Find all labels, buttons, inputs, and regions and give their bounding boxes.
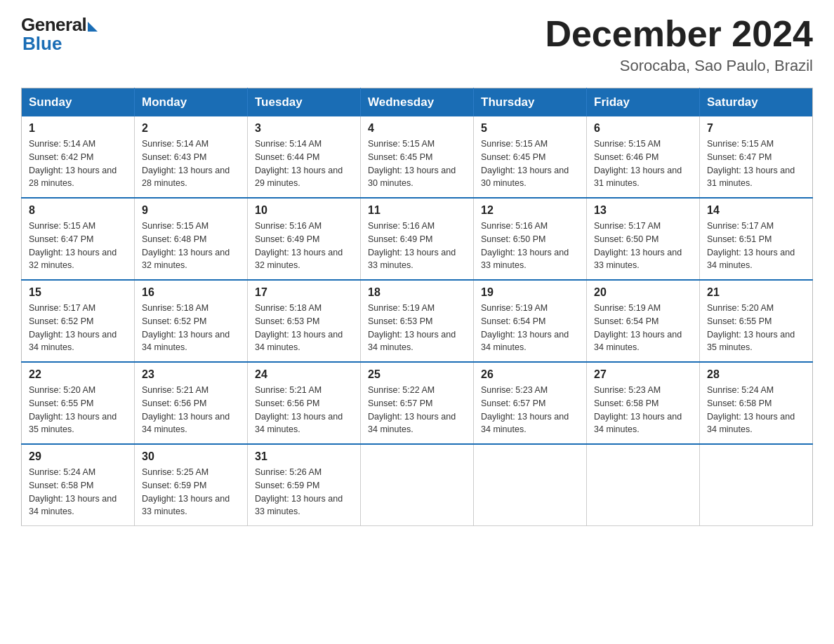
calendar-table: SundayMondayTuesdayWednesdayThursdayFrid… xyxy=(21,88,813,526)
day-info: Sunrise: 5:15 AMSunset: 6:45 PMDaylight:… xyxy=(481,137,579,190)
weekday-header-saturday: Saturday xyxy=(700,88,813,117)
day-info: Sunrise: 5:15 AMSunset: 6:48 PMDaylight:… xyxy=(142,220,240,272)
calendar-day-cell: 30Sunrise: 5:25 AMSunset: 6:59 PMDayligh… xyxy=(135,444,248,526)
day-info: Sunrise: 5:20 AMSunset: 6:55 PMDaylight:… xyxy=(29,384,127,436)
empty-cell xyxy=(361,444,474,526)
calendar-day-cell: 31Sunrise: 5:26 AMSunset: 6:59 PMDayligh… xyxy=(248,444,361,526)
day-number: 3 xyxy=(255,122,353,135)
calendar-day-cell: 2Sunrise: 5:14 AMSunset: 6:43 PMDaylight… xyxy=(135,116,248,198)
month-title: December 2024 xyxy=(545,14,813,54)
day-number: 24 xyxy=(255,368,353,381)
day-number: 23 xyxy=(142,368,240,381)
calendar-day-cell: 10Sunrise: 5:16 AMSunset: 6:49 PMDayligh… xyxy=(248,198,361,280)
calendar-week-row: 1Sunrise: 5:14 AMSunset: 6:42 PMDaylight… xyxy=(22,116,813,198)
day-info: Sunrise: 5:17 AMSunset: 6:52 PMDaylight:… xyxy=(29,302,127,354)
calendar-week-row: 22Sunrise: 5:20 AMSunset: 6:55 PMDayligh… xyxy=(22,362,813,444)
day-info: Sunrise: 5:26 AMSunset: 6:59 PMDaylight:… xyxy=(255,466,353,518)
day-number: 12 xyxy=(481,204,579,217)
calendar-day-cell: 16Sunrise: 5:18 AMSunset: 6:52 PMDayligh… xyxy=(135,280,248,362)
calendar-day-cell: 21Sunrise: 5:20 AMSunset: 6:55 PMDayligh… xyxy=(700,280,813,362)
calendar-day-cell: 1Sunrise: 5:14 AMSunset: 6:42 PMDaylight… xyxy=(22,116,135,198)
day-info: Sunrise: 5:25 AMSunset: 6:59 PMDaylight:… xyxy=(142,466,240,518)
day-info: Sunrise: 5:21 AMSunset: 6:56 PMDaylight:… xyxy=(255,384,353,436)
day-number: 28 xyxy=(707,368,805,381)
logo: General Blue xyxy=(21,14,98,55)
logo-arrow-icon xyxy=(88,22,98,32)
day-info: Sunrise: 5:24 AMSunset: 6:58 PMDaylight:… xyxy=(29,466,127,518)
calendar-day-cell: 27Sunrise: 5:23 AMSunset: 6:58 PMDayligh… xyxy=(587,362,700,444)
day-info: Sunrise: 5:16 AMSunset: 6:49 PMDaylight:… xyxy=(368,220,466,272)
calendar-day-cell: 9Sunrise: 5:15 AMSunset: 6:48 PMDaylight… xyxy=(135,198,248,280)
day-number: 21 xyxy=(707,286,805,299)
title-block: December 2024 Sorocaba, Sao Paulo, Brazi… xyxy=(545,14,813,75)
day-number: 16 xyxy=(142,286,240,299)
day-number: 20 xyxy=(594,286,692,299)
day-number: 30 xyxy=(142,450,240,463)
empty-cell xyxy=(700,444,813,526)
day-number: 2 xyxy=(142,122,240,135)
day-info: Sunrise: 5:19 AMSunset: 6:54 PMDaylight:… xyxy=(481,302,579,354)
calendar-day-cell: 7Sunrise: 5:15 AMSunset: 6:47 PMDaylight… xyxy=(700,116,813,198)
day-number: 8 xyxy=(29,204,127,217)
calendar-day-cell: 28Sunrise: 5:24 AMSunset: 6:58 PMDayligh… xyxy=(700,362,813,444)
weekday-header-thursday: Thursday xyxy=(474,88,587,117)
weekday-header-tuesday: Tuesday xyxy=(248,88,361,117)
day-info: Sunrise: 5:14 AMSunset: 6:42 PMDaylight:… xyxy=(29,137,127,190)
day-info: Sunrise: 5:17 AMSunset: 6:50 PMDaylight:… xyxy=(594,220,692,272)
day-info: Sunrise: 5:15 AMSunset: 6:47 PMDaylight:… xyxy=(707,137,805,190)
day-number: 10 xyxy=(255,204,353,217)
day-info: Sunrise: 5:16 AMSunset: 6:49 PMDaylight:… xyxy=(255,220,353,272)
day-number: 1 xyxy=(29,122,127,135)
calendar-day-cell: 25Sunrise: 5:22 AMSunset: 6:57 PMDayligh… xyxy=(361,362,474,444)
weekday-header-sunday: Sunday xyxy=(22,88,135,117)
calendar-day-cell: 23Sunrise: 5:21 AMSunset: 6:56 PMDayligh… xyxy=(135,362,248,444)
calendar-day-cell: 3Sunrise: 5:14 AMSunset: 6:44 PMDaylight… xyxy=(248,116,361,198)
day-number: 19 xyxy=(481,286,579,299)
calendar-day-cell: 4Sunrise: 5:15 AMSunset: 6:45 PMDaylight… xyxy=(361,116,474,198)
day-info: Sunrise: 5:21 AMSunset: 6:56 PMDaylight:… xyxy=(142,384,240,436)
calendar-day-cell: 14Sunrise: 5:17 AMSunset: 6:51 PMDayligh… xyxy=(700,198,813,280)
weekday-header-wednesday: Wednesday xyxy=(361,88,474,117)
day-info: Sunrise: 5:16 AMSunset: 6:50 PMDaylight:… xyxy=(481,220,579,272)
calendar-week-row: 8Sunrise: 5:15 AMSunset: 6:47 PMDaylight… xyxy=(22,198,813,280)
logo-blue-text: Blue xyxy=(22,33,62,55)
calendar-day-cell: 12Sunrise: 5:16 AMSunset: 6:50 PMDayligh… xyxy=(474,198,587,280)
day-info: Sunrise: 5:22 AMSunset: 6:57 PMDaylight:… xyxy=(368,384,466,436)
calendar-day-cell: 15Sunrise: 5:17 AMSunset: 6:52 PMDayligh… xyxy=(22,280,135,362)
calendar-day-cell: 5Sunrise: 5:15 AMSunset: 6:45 PMDaylight… xyxy=(474,116,587,198)
day-info: Sunrise: 5:17 AMSunset: 6:51 PMDaylight:… xyxy=(707,220,805,272)
calendar-day-cell: 24Sunrise: 5:21 AMSunset: 6:56 PMDayligh… xyxy=(248,362,361,444)
calendar-day-cell: 11Sunrise: 5:16 AMSunset: 6:49 PMDayligh… xyxy=(361,198,474,280)
day-info: Sunrise: 5:19 AMSunset: 6:54 PMDaylight:… xyxy=(594,302,692,354)
calendar-day-cell: 8Sunrise: 5:15 AMSunset: 6:47 PMDaylight… xyxy=(22,198,135,280)
calendar-day-cell: 26Sunrise: 5:23 AMSunset: 6:57 PMDayligh… xyxy=(474,362,587,444)
calendar-week-row: 15Sunrise: 5:17 AMSunset: 6:52 PMDayligh… xyxy=(22,280,813,362)
day-number: 15 xyxy=(29,286,127,299)
day-info: Sunrise: 5:15 AMSunset: 6:45 PMDaylight:… xyxy=(368,137,466,190)
day-number: 11 xyxy=(368,204,466,217)
day-number: 31 xyxy=(255,450,353,463)
day-info: Sunrise: 5:15 AMSunset: 6:46 PMDaylight:… xyxy=(594,137,692,190)
day-info: Sunrise: 5:18 AMSunset: 6:53 PMDaylight:… xyxy=(255,302,353,354)
page-header: General Blue December 2024 Sorocaba, Sao… xyxy=(21,14,813,75)
day-info: Sunrise: 5:20 AMSunset: 6:55 PMDaylight:… xyxy=(707,302,805,354)
day-number: 7 xyxy=(707,122,805,135)
weekday-header-friday: Friday xyxy=(587,88,700,117)
day-number: 26 xyxy=(481,368,579,381)
day-number: 29 xyxy=(29,450,127,463)
location-subtitle: Sorocaba, Sao Paulo, Brazil xyxy=(545,57,813,75)
day-info: Sunrise: 5:18 AMSunset: 6:52 PMDaylight:… xyxy=(142,302,240,354)
calendar-day-cell: 19Sunrise: 5:19 AMSunset: 6:54 PMDayligh… xyxy=(474,280,587,362)
day-number: 6 xyxy=(594,122,692,135)
day-info: Sunrise: 5:24 AMSunset: 6:58 PMDaylight:… xyxy=(707,384,805,436)
day-info: Sunrise: 5:19 AMSunset: 6:53 PMDaylight:… xyxy=(368,302,466,354)
day-number: 18 xyxy=(368,286,466,299)
empty-cell xyxy=(587,444,700,526)
weekday-header-monday: Monday xyxy=(135,88,248,117)
day-number: 25 xyxy=(368,368,466,381)
day-info: Sunrise: 5:14 AMSunset: 6:43 PMDaylight:… xyxy=(142,137,240,190)
calendar-day-cell: 13Sunrise: 5:17 AMSunset: 6:50 PMDayligh… xyxy=(587,198,700,280)
day-number: 27 xyxy=(594,368,692,381)
day-info: Sunrise: 5:23 AMSunset: 6:58 PMDaylight:… xyxy=(594,384,692,436)
day-info: Sunrise: 5:15 AMSunset: 6:47 PMDaylight:… xyxy=(29,220,127,272)
